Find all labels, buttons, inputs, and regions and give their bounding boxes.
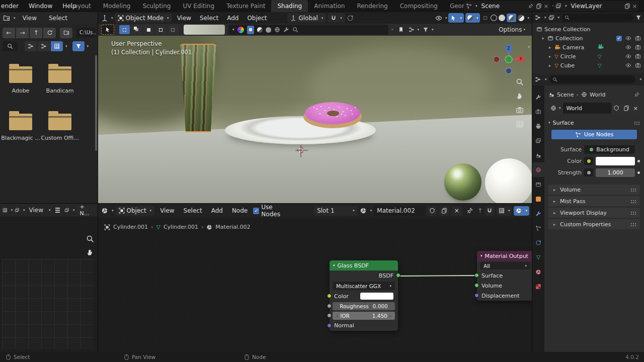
chevron-down-icon[interactable]: ▾	[391, 28, 393, 32]
show-gizmo-toggle[interactable]: ▾	[448, 13, 464, 23]
paint-brush-icon[interactable]	[283, 27, 289, 33]
new-folder-button[interactable]	[60, 28, 72, 38]
scene-selector[interactable]: ▾ Scene ×	[464, 1, 550, 11]
breadcrumb-scene[interactable]: Scene	[557, 92, 574, 98]
camera-view-icon[interactable]	[516, 106, 524, 114]
chevron-down-icon[interactable]: ▾	[544, 16, 546, 20]
tab-world[interactable]	[532, 162, 544, 177]
tab-texture-paint[interactable]: Texture Paint	[220, 0, 271, 12]
color-swatch[interactable]	[360, 293, 393, 300]
pan-hand-icon[interactable]	[86, 248, 94, 256]
copy-icon[interactable]	[624, 3, 630, 9]
panel-grip-icon[interactable]	[630, 211, 636, 215]
viewport-editor-icon[interactable]	[101, 15, 108, 22]
world-sphere-icon[interactable]	[274, 27, 280, 33]
chevron-down-icon[interactable]: ▾	[639, 77, 641, 81]
shader-select-menu[interactable]: Select	[180, 207, 206, 214]
copy-icon[interactable]	[536, 3, 542, 9]
gizmo-neg-z-axis[interactable]	[506, 68, 512, 74]
glass-bsdf-node[interactable]: ▾ Glass BSDF BSDF Multiscatter GGX ▾ Col…	[330, 260, 398, 331]
render-camera-icon[interactable]	[635, 44, 641, 50]
chevron-down-icon[interactable]: ▾	[87, 44, 89, 48]
active-tool-button[interactable]	[101, 25, 114, 35]
outliner-row-scene-collection[interactable]: Scene Collection	[532, 25, 644, 34]
node-canvas[interactable]: Cylinder.001 › ▽ Cylinder.001 › Material…	[98, 218, 532, 352]
shading-rendered-button[interactable]	[518, 15, 524, 21]
filter-icon[interactable]	[423, 27, 429, 33]
tab-layout[interactable]: Layout	[64, 0, 97, 12]
material-output-node[interactable]: ▾ Material Output All ▾ Surface Volume D…	[477, 251, 532, 301]
output-node-header[interactable]: ▾ Material Output	[477, 251, 532, 261]
viewlayer-selector[interactable]: ▾ ViewLayer ×	[553, 1, 639, 11]
tab-render[interactable]	[532, 104, 544, 119]
material-ball-icon[interactable]	[360, 207, 367, 214]
select-mode-intersect-button[interactable]	[168, 25, 178, 34]
scrollbar[interactable]	[95, 55, 97, 151]
copy-world-button[interactable]	[621, 103, 631, 114]
folder-item[interactable]: Bandicam	[40, 66, 79, 94]
display-thumbnails-button[interactable]	[51, 41, 63, 51]
image-editor-type-icon[interactable]	[3, 207, 8, 213]
bsdf-output-socket[interactable]	[396, 273, 400, 278]
viewport-view-menu[interactable]: View	[174, 15, 195, 22]
zoom-tool-icon[interactable]	[86, 235, 94, 243]
tab-material[interactable]	[532, 264, 544, 279]
shading-wireframe-button[interactable]	[491, 15, 497, 21]
viewlayer-name[interactable]: ViewLayer	[569, 3, 604, 10]
collapse-icon[interactable]: ▾	[333, 263, 335, 267]
file-list[interactable]: Adobe Bandicam Blackmagic ... Custom Off…	[0, 53, 98, 204]
properties-search-input[interactable]	[549, 75, 636, 83]
outliner-search-input[interactable]	[561, 14, 633, 22]
white-preview-sphere[interactable]	[485, 158, 532, 204]
overlays-node-button[interactable]: ▾	[497, 206, 512, 216]
panel-grip-icon[interactable]	[630, 223, 636, 226]
tab-rendering[interactable]: Rendering	[351, 0, 393, 12]
panel-grip-icon[interactable]	[634, 121, 640, 125]
surface-shader-dropdown[interactable]: Background	[584, 145, 635, 154]
close-icon[interactable]: ×	[544, 3, 548, 10]
shader-editor-type-icon[interactable]	[101, 207, 108, 214]
snap-node-button[interactable]	[485, 206, 495, 216]
ior-input-socket[interactable]	[327, 313, 332, 318]
hide-eye-icon[interactable]	[625, 53, 631, 59]
path-field[interactable]: C:\Us...	[76, 28, 96, 38]
roughness-input-socket[interactable]	[327, 304, 332, 308]
tab-tool[interactable]	[532, 89, 544, 104]
decrement-arrow-icon[interactable]: ‹	[336, 313, 338, 319]
display-vertical-list-button[interactable]	[25, 41, 37, 51]
shader-node-menu[interactable]: Node	[228, 207, 251, 214]
tab-modeling[interactable]: Modeling	[97, 0, 137, 12]
menu-window[interactable]: Window	[24, 0, 57, 12]
mode-dropdown[interactable]: Object Mode ▾	[115, 13, 172, 23]
chevron-down-icon[interactable]: ▾	[14, 16, 16, 20]
chevron-down-icon[interactable]: ▾	[475, 4, 477, 8]
viewport-object-menu[interactable]: Object	[244, 15, 270, 22]
tab-sculpting[interactable]: Sculpting	[136, 0, 177, 12]
panel-grip-icon[interactable]	[630, 188, 636, 192]
chevron-down-icon[interactable]: ▾	[545, 77, 547, 81]
render-camera-icon[interactable]	[635, 35, 641, 41]
search-icon[interactable]	[292, 27, 298, 33]
properties-editor-icon[interactable]	[535, 76, 541, 82]
ior-slider[interactable]: ‹ IOR 1.450 ›	[333, 312, 395, 320]
fake-user-button[interactable]	[611, 103, 621, 114]
tab-view-layer[interactable]	[532, 133, 544, 148]
filter-toggle-button[interactable]	[72, 41, 85, 51]
menu-render[interactable]: ender	[0, 0, 24, 12]
folder-item[interactable]: Custom Offi...	[40, 114, 79, 141]
collapse-icon[interactable]: ▾	[480, 254, 482, 258]
strength-socket-button[interactable]	[584, 168, 593, 176]
zoom-tool-icon[interactable]	[516, 78, 524, 86]
viewport-canvas[interactable]: User Perspective (1) Collection | Cylind…	[98, 36, 532, 204]
refresh-button[interactable]	[43, 28, 56, 38]
panel-grip-icon[interactable]	[630, 200, 636, 203]
hdri-preview-sphere[interactable]	[444, 163, 481, 201]
fake-user-button[interactable]	[427, 206, 437, 216]
chevron-down-icon[interactable]: ▾	[418, 28, 420, 32]
outliner-row-circle[interactable]: ▸ ▽ Circle ▽	[532, 52, 644, 61]
pin-icon[interactable]	[634, 92, 640, 98]
sidebar-toggle-arrow[interactable]: ‹	[528, 43, 530, 50]
outliner-display-mode-icon[interactable]	[535, 15, 541, 21]
expand-icon[interactable]: ▸	[547, 54, 552, 59]
image-icon[interactable]	[15, 207, 20, 213]
